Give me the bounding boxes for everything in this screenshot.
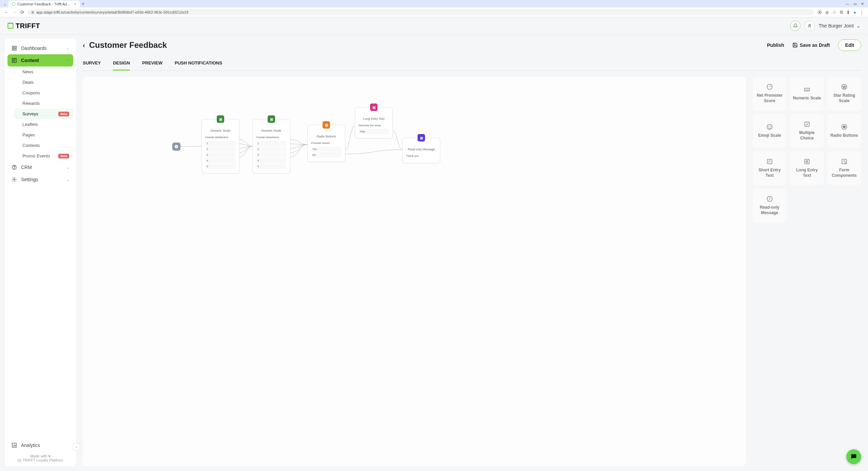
canvas-node-n1[interactable]: ▦Numeric ScaleOverall satisfaction12345: [201, 119, 239, 173]
long-icon: [804, 158, 810, 165]
tab-dropdown-icon[interactable]: ⌄: [3, 2, 6, 6]
palette-item-form-components[interactable]: Form Components: [827, 151, 861, 185]
palette-item-read-only-message[interactable]: Read-only Message: [753, 189, 787, 223]
emoji-icon: [766, 124, 773, 130]
canvas-node-n3[interactable]: ▦Radio ButtonsPossible issuesYesNo: [307, 125, 345, 162]
tab-title: Customer Feedback - Trifft Ad…: [17, 2, 71, 6]
palette-label: Star Rating Scale: [830, 93, 859, 103]
url-field[interactable]: ⚙ app.stage.trifft.io/cacitokiy/content/…: [28, 9, 814, 15]
window-maximize-icon[interactable]: ▭: [853, 2, 857, 6]
palette-item-star-rating-scale[interactable]: Star Rating Scale: [827, 77, 861, 111]
tab-design[interactable]: DESIGN: [113, 57, 130, 70]
svg-rect-4: [15, 49, 16, 50]
site-tune-icon[interactable]: ⚙: [31, 11, 34, 14]
palette-item-long-entry-text[interactable]: Long Entry Text: [790, 151, 824, 185]
sidebar-item-surveys[interactable]: SurveysBeta: [14, 109, 73, 119]
menu-icon[interactable]: ⋮: [860, 10, 864, 15]
sidebar-section-analytics[interactable]: Analytics: [7, 439, 73, 451]
password-icon[interactable]: ⊛: [825, 10, 829, 15]
save-draft-button[interactable]: Save as Draft: [792, 42, 830, 48]
node-option: 3: [256, 152, 287, 157]
analytics-icon: [12, 442, 17, 448]
sidebar-item-label: Surveys: [22, 111, 38, 116]
svg-rect-36: [842, 159, 846, 164]
logo[interactable]: TRIFFT: [7, 22, 40, 30]
palette-label: Short Entry Text: [755, 168, 784, 178]
sidebar-item-contests[interactable]: Contests: [14, 140, 73, 151]
chat-support-button[interactable]: [846, 449, 861, 464]
profile-icon[interactable]: ●: [853, 10, 856, 15]
sidebar-item-label: Contests: [22, 143, 40, 148]
design-canvas[interactable]: ▦Numeric ScaleOverall satisfaction12345▦…: [83, 77, 746, 466]
sidebar-item-label: Promo Events: [22, 153, 50, 158]
window-close-icon[interactable]: ✕: [861, 2, 864, 6]
palette-item-net-promoter-score[interactable]: Net Promoter Score: [753, 77, 787, 111]
sidebar-item-promo-events[interactable]: Promo EventsBeta: [14, 151, 73, 161]
canvas-node-n5[interactable]: ▦Read-only MessageThank you: [402, 138, 440, 163]
node-option: 4: [256, 158, 287, 163]
nav-back-icon[interactable]: ←: [4, 10, 9, 15]
node-type-icon: ▦: [268, 115, 275, 123]
play-icon: [174, 145, 178, 149]
start-node[interactable]: [172, 143, 180, 151]
sidebar-section-crm[interactable]: CRM ⌄: [7, 161, 73, 173]
palette-item-emoji-scale[interactable]: Emoji Scale: [753, 114, 787, 148]
nav-forward-icon[interactable]: →: [12, 10, 17, 15]
address-bar: ← → ⟳ ⚙ app.stage.trifft.io/cacitokiy/co…: [0, 7, 868, 17]
tab-survey[interactable]: SURVEY: [83, 57, 101, 70]
dashboard-icon: [12, 45, 17, 51]
node-option: 4: [205, 158, 236, 163]
palette-item-short-entry-text[interactable]: Short Entry Text: [753, 151, 787, 185]
sidebar-section-settings[interactable]: Settings ⌄: [7, 173, 73, 186]
sidebar-item-news[interactable]: News: [14, 67, 73, 77]
new-tab-button[interactable]: +: [82, 1, 84, 6]
svg-rect-2: [15, 46, 16, 48]
node-option: Skip: [359, 129, 389, 134]
back-button[interactable]: ‹: [83, 41, 85, 49]
palette-label: Read-only Message: [755, 205, 784, 215]
sidebar-item-label: Deals: [22, 80, 34, 85]
account-selector[interactable]: The Burger Joint ⌄: [819, 23, 861, 29]
palette-label: Form Components: [830, 168, 859, 178]
sidebar-collapse-button[interactable]: ‹: [73, 443, 80, 451]
tab-close-icon[interactable]: ×: [74, 2, 76, 6]
canvas-node-n4[interactable]: ▦Long Entry TextDescribe the issueSkip: [355, 107, 393, 138]
bookmark-icon[interactable]: ☆: [832, 10, 836, 15]
star-icon: [841, 83, 848, 90]
palette-item-radio-buttons[interactable]: Radio Buttons: [827, 114, 861, 148]
sidebar-section-content[interactable]: Content ⌃: [7, 54, 73, 67]
canvas-node-n2[interactable]: ▦Numeric ScaleOverall cleanliness12345: [252, 119, 290, 173]
svg-point-40: [770, 198, 770, 198]
browser-tab[interactable]: Customer Feedback - Trifft Ad… ×: [8, 1, 80, 7]
url-text: app.stage.trifft.io/cacitokiy/content/su…: [36, 10, 188, 14]
translate-icon[interactable]: ⦿: [817, 10, 822, 15]
nav-reload-icon[interactable]: ⟳: [20, 10, 24, 15]
sidebar-item-coupons[interactable]: Coupons: [14, 88, 73, 98]
edit-button[interactable]: Edit: [838, 39, 861, 51]
publish-button[interactable]: Publish: [767, 42, 784, 48]
user-profile-button[interactable]: [805, 21, 815, 31]
sidebar-section-dashboards[interactable]: Dashboards ⌄: [7, 42, 73, 54]
window-minimize-icon[interactable]: —: [846, 2, 849, 6]
svg-text:123: 123: [805, 89, 809, 91]
palette-item-multiple-choice[interactable]: Multiple Choice: [790, 114, 824, 148]
heart-icon: ♥: [48, 454, 51, 458]
sidebar-item-deals[interactable]: Deals: [14, 77, 73, 88]
tab-preview[interactable]: PREVIEW: [142, 57, 162, 70]
node-type-icon: ▦: [323, 121, 330, 129]
logo-mark-icon: [7, 23, 14, 29]
tab-push-notifications[interactable]: PUSH NOTIFICATIONS: [175, 57, 222, 70]
sidebar-footer: Made with ♥ by TRIFFT Loyalty Platform: [7, 451, 73, 464]
notification-bell-button[interactable]: [790, 21, 801, 31]
svg-point-24: [769, 126, 769, 127]
sidebar-item-pages[interactable]: Pages: [14, 130, 73, 140]
sidebar-item-rewards[interactable]: Rewards: [14, 98, 73, 109]
node-subtitle: Overall satisfaction: [205, 136, 236, 139]
connector-lines: [83, 77, 746, 466]
extensions-icon[interactable]: ⧉: [840, 10, 843, 15]
sidebar-item-leaflets[interactable]: Leaflets: [14, 119, 73, 130]
download-icon[interactable]: ⬇: [846, 10, 850, 15]
app-header: TRIFFT The Burger Joint ⌄: [0, 17, 868, 35]
window-controls: — ▭ ✕: [846, 2, 867, 6]
palette-item-numeric-scale[interactable]: 123Numeric Scale: [790, 77, 824, 111]
